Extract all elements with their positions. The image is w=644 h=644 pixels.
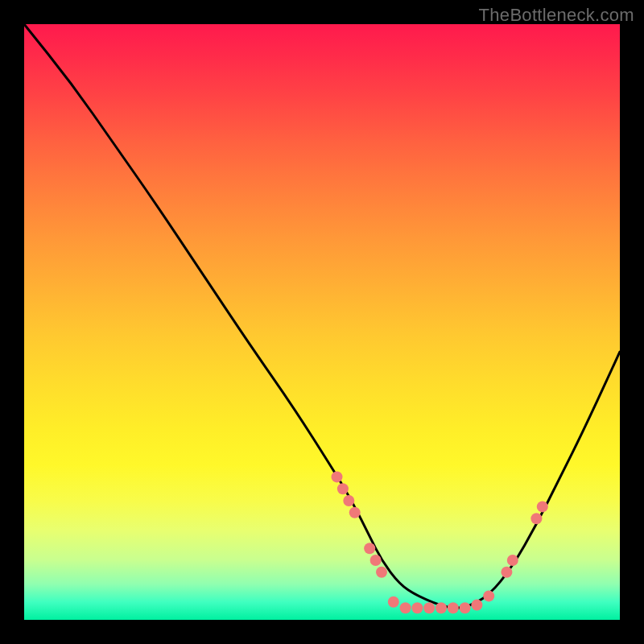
chart-markers	[332, 471, 548, 613]
chart-marker	[411, 602, 423, 613]
chart-marker	[337, 483, 349, 494]
chart-marker	[343, 495, 354, 506]
watermark-text: TheBottleneck.com	[479, 5, 634, 26]
chart-marker	[423, 602, 435, 613]
chart-marker	[388, 597, 399, 608]
chart-marker	[332, 471, 343, 482]
chart-marker	[471, 600, 482, 611]
chart-marker	[364, 543, 375, 554]
chart-marker	[507, 555, 518, 566]
chart-curve	[24, 24, 620, 608]
chart-marker	[436, 602, 447, 613]
chart-marker	[537, 501, 548, 512]
chart-marker	[501, 567, 512, 578]
chart-marker	[400, 602, 411, 613]
chart-marker	[370, 555, 382, 566]
chart-marker	[349, 507, 361, 518]
chart-marker	[448, 602, 459, 613]
chart-marker	[530, 513, 542, 524]
chart-plot-area	[24, 24, 620, 620]
chart-marker	[460, 602, 471, 613]
chart-svg	[24, 24, 620, 620]
chart-marker	[376, 567, 387, 578]
chart-container: TheBottleneck.com	[0, 0, 644, 644]
chart-marker	[483, 590, 494, 601]
